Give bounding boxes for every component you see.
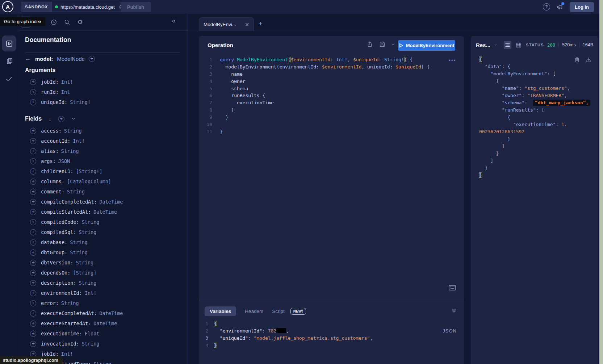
code-line[interactable]: 3 name bbox=[199, 71, 453, 78]
field-type[interactable]: Int! bbox=[61, 79, 73, 85]
field-type[interactable]: [CatalogColumn] bbox=[67, 179, 111, 184]
add-field-icon[interactable]: + bbox=[30, 79, 36, 85]
code-line[interactable]: 9 } bbox=[199, 114, 453, 121]
field-row[interactable]: +dbtGroup:String bbox=[25, 247, 188, 258]
add-field-icon[interactable]: + bbox=[30, 219, 36, 225]
breadcrumb-type-link[interactable]: ModelNode bbox=[57, 56, 85, 62]
code-line[interactable]: 8 } bbox=[199, 106, 453, 114]
download-response-icon[interactable] bbox=[586, 57, 592, 63]
field-row[interactable]: +accountId:Int! bbox=[25, 136, 188, 146]
add-field-icon[interactable]: + bbox=[30, 199, 36, 205]
field-type[interactable]: DateTime bbox=[99, 310, 123, 316]
apollo-logo[interactable]: A bbox=[2, 1, 13, 12]
field-name[interactable]: dependsOn: bbox=[41, 270, 70, 276]
code-line[interactable]: 4 owner bbox=[199, 78, 453, 85]
code-line[interactable]: { bbox=[479, 78, 596, 85]
add-field-icon[interactable]: + bbox=[30, 260, 36, 266]
code-line[interactable]: 3 "uniqueId": "model.jaffle_shop_metrics… bbox=[199, 335, 435, 342]
field-type[interactable]: String bbox=[70, 250, 88, 255]
endpoint-url-text[interactable]: https://metadata.cloud.get bbox=[60, 4, 116, 10]
code-line[interactable]: ] bbox=[479, 143, 596, 150]
code-line[interactable]: 2 modelByEnvironment(environmentId: $env… bbox=[199, 63, 453, 71]
field-type[interactable]: String bbox=[67, 189, 85, 194]
field-name[interactable]: compiledCode: bbox=[41, 219, 79, 225]
field-name[interactable]: dbtVersion: bbox=[41, 260, 73, 265]
field-row[interactable]: +jobId:Int! bbox=[25, 77, 188, 87]
add-field-icon[interactable]: + bbox=[30, 270, 36, 276]
add-field-icon[interactable]: + bbox=[30, 341, 36, 347]
code-line[interactable]: 11} bbox=[199, 128, 453, 135]
code-line[interactable]: ] bbox=[479, 157, 596, 164]
tab-script[interactable]: Script bbox=[272, 309, 285, 314]
field-type[interactable]: String bbox=[79, 280, 97, 286]
add-field-icon[interactable]: + bbox=[30, 321, 36, 327]
endpoint-url-input[interactable]: https://metadata.cloud.get ⚙ bbox=[52, 2, 127, 12]
code-line[interactable]: 6 runResults { bbox=[199, 92, 453, 99]
login-button[interactable]: Log in bbox=[570, 2, 594, 12]
code-line[interactable]: 1{ bbox=[199, 320, 435, 327]
response-dropdown-chevron-icon[interactable] bbox=[494, 43, 497, 47]
field-type[interactable]: Float bbox=[85, 331, 100, 336]
field-type[interactable]: String bbox=[61, 148, 79, 154]
code-line[interactable]: } bbox=[479, 172, 596, 179]
schema-nav-button[interactable] bbox=[2, 55, 16, 67]
field-name[interactable]: description: bbox=[41, 280, 76, 286]
field-name[interactable]: executionTime: bbox=[41, 331, 82, 336]
add-field-icon[interactable]: + bbox=[30, 189, 36, 195]
field-row[interactable]: +runId:Int bbox=[25, 87, 188, 97]
save-icon[interactable] bbox=[379, 41, 385, 47]
field-name[interactable]: compiledSql: bbox=[41, 229, 76, 235]
tab-headers[interactable]: Headers bbox=[245, 309, 263, 314]
field-type[interactable]: DateTime bbox=[99, 199, 123, 205]
field-row[interactable]: +dependsOn:[String] bbox=[25, 268, 188, 278]
publish-button[interactable]: Publish bbox=[121, 2, 151, 12]
field-type[interactable]: Int! bbox=[85, 290, 97, 296]
field-name[interactable]: childrenL1: bbox=[41, 168, 73, 174]
field-type[interactable]: String bbox=[76, 260, 93, 265]
field-type[interactable]: String bbox=[64, 128, 82, 134]
code-line[interactable]: } bbox=[479, 150, 596, 157]
code-line[interactable]: 2 "environmentId": 782, bbox=[199, 327, 435, 335]
code-line[interactable]: } bbox=[479, 164, 596, 172]
add-field-icon[interactable]: + bbox=[30, 128, 36, 134]
table-view-button[interactable] bbox=[515, 41, 522, 49]
field-name[interactable]: database: bbox=[41, 239, 67, 245]
field-row[interactable]: +childrenL1:[String!] bbox=[25, 166, 188, 176]
code-line[interactable]: 1query ModelByEnvironment($environmentId… bbox=[199, 56, 453, 63]
keyboard-shortcuts-icon[interactable] bbox=[449, 285, 456, 292]
field-name[interactable]: compileCompletedAt: bbox=[41, 199, 97, 205]
copy-response-icon[interactable] bbox=[574, 57, 580, 63]
code-line[interactable]: 7 executionTime bbox=[199, 99, 453, 106]
help-icon[interactable]: ? bbox=[543, 3, 550, 11]
field-name[interactable]: accountId: bbox=[41, 138, 70, 144]
field-type[interactable]: DateTime bbox=[93, 321, 117, 326]
collapse-docs-icon[interactable]: « bbox=[172, 17, 176, 25]
add-field-icon[interactable]: + bbox=[30, 331, 36, 337]
operation-editor[interactable]: 1query ModelByEnvironment($environmentId… bbox=[199, 56, 453, 135]
field-row[interactable]: +dbtVersion:String bbox=[25, 258, 188, 268]
code-line[interactable]: "runResults": [ bbox=[479, 106, 596, 114]
code-line[interactable]: "data": { bbox=[479, 63, 596, 70]
run-operation-button[interactable]: ModelByEnvironment bbox=[398, 40, 455, 51]
field-row[interactable]: +comment:String bbox=[25, 187, 188, 197]
search-icon[interactable] bbox=[63, 18, 71, 26]
field-name[interactable]: comment: bbox=[41, 189, 64, 194]
new-tab-button[interactable]: + bbox=[256, 19, 265, 29]
add-field-icon[interactable]: + bbox=[30, 138, 36, 144]
chevron-down-icon[interactable] bbox=[71, 117, 76, 121]
history-icon[interactable] bbox=[50, 18, 58, 26]
field-name[interactable]: dbtGroup: bbox=[41, 250, 67, 255]
field-name[interactable]: jobId: bbox=[41, 79, 59, 85]
field-row[interactable]: +database:String bbox=[25, 237, 188, 247]
code-line[interactable]: 5 schema bbox=[199, 85, 453, 92]
field-type[interactable]: String! bbox=[70, 99, 91, 105]
field-type[interactable]: JSON bbox=[58, 158, 70, 164]
field-row[interactable]: +environmentId:Int! bbox=[25, 288, 188, 298]
field-name[interactable]: invocationId: bbox=[41, 341, 79, 347]
code-line[interactable]: { bbox=[479, 114, 596, 121]
field-name[interactable]: args: bbox=[41, 158, 56, 164]
checklist-nav-button[interactable] bbox=[2, 73, 16, 85]
code-line[interactable]: "owner": "TRANSFORMER", bbox=[479, 92, 596, 99]
save-dropdown-chevron-icon[interactable] bbox=[391, 42, 395, 46]
field-type[interactable]: [String] bbox=[73, 270, 96, 276]
